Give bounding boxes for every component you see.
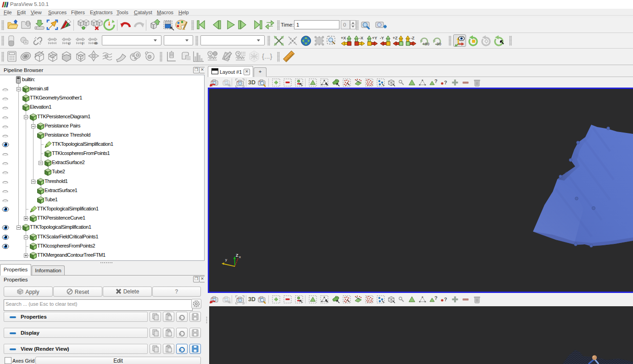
svg-text:x: x xyxy=(239,255,241,259)
svg-text:-Y: -Y xyxy=(380,36,384,40)
svg-text:Z: Z xyxy=(236,253,239,258)
svg-text:?: ? xyxy=(434,78,438,84)
svg-text:+Y: +Y xyxy=(372,36,377,40)
svg-text:-90: -90 xyxy=(435,42,441,46)
svg-text:c: c xyxy=(68,41,70,45)
svg-text:-X: -X xyxy=(359,36,363,40)
svg-text:+Z: +Z xyxy=(393,36,398,40)
svg-text:+X: +X xyxy=(341,36,346,40)
svg-text:?: ? xyxy=(444,80,447,85)
svg-text:👁: 👁 xyxy=(94,41,98,45)
svg-text:t: t xyxy=(82,41,83,45)
svg-text:?: ? xyxy=(434,295,438,301)
svg-text:?: ? xyxy=(444,297,447,302)
svg-text:-Z: -Z xyxy=(411,36,415,40)
svg-text:y: y xyxy=(225,258,227,262)
svg-text:+90: +90 xyxy=(422,42,429,46)
